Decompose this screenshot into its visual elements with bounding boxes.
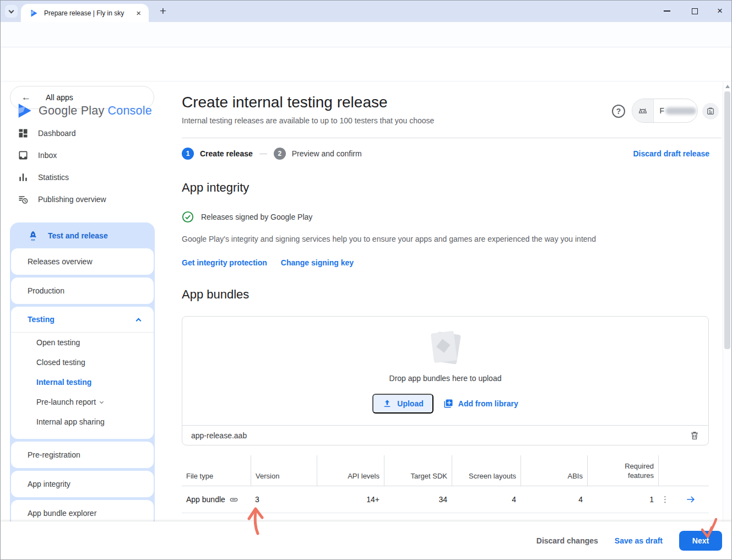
footer-action-bar: Discard changes Save as draft Next [0, 521, 732, 560]
app-selector[interactable]: F [632, 99, 698, 123]
sidebar-item-label: Pre-registration [11, 442, 154, 468]
chevron-down-icon [100, 399, 104, 403]
window-close-button[interactable]: × [712, 0, 728, 22]
delete-icon[interactable] [690, 431, 700, 441]
integrity-links: Get integrity protection Change signing … [182, 258, 723, 267]
app-bundle-upload-box: Drop app bundles here to upload Upload A… [182, 316, 709, 445]
sidebar-item-statistics[interactable]: Statistics [0, 166, 165, 188]
sidebar-item-label: Pre-launch report [36, 398, 96, 406]
app-integrity-heading: App integrity [182, 181, 723, 195]
main-content: Create internal testing release Internal… [165, 81, 723, 521]
chevron-up-icon [136, 318, 142, 323]
tab-title: Prepare release | Fly in sky [44, 9, 134, 17]
col-header-screen-layouts: Screen layouts [452, 455, 520, 486]
add-from-library-button[interactable]: Add from library [443, 399, 518, 409]
app-name-redacted-blur [665, 107, 696, 115]
bar-chart-icon [18, 172, 29, 183]
bundle-drop-zone[interactable]: Drop app bundles here to upload Upload A… [182, 317, 708, 425]
signing-status-row: Releases signed by Google Play [182, 211, 723, 223]
cell-file-type: App bundle [182, 495, 251, 504]
col-header-file-type: File type [182, 455, 251, 486]
app-bundles-heading: App bundles [182, 287, 723, 302]
sidebar: ← All apps Dashboard Inbox Statistics [0, 81, 165, 521]
add-from-library-label: Add from library [458, 399, 518, 408]
window-minimize-button[interactable] [659, 0, 675, 22]
col-header-required-features: Required features [587, 455, 658, 486]
get-integrity-protection-link[interactable]: Get integrity protection [182, 258, 267, 267]
drop-zone-text: Drop app bundles here to upload [389, 374, 502, 383]
upload-icon [382, 399, 392, 409]
play-console-favicon [30, 9, 39, 18]
next-button[interactable]: Next [679, 531, 722, 551]
save-as-draft-button[interactable]: Save as draft [615, 536, 663, 545]
sidebar-item-open-testing[interactable]: Open testing [11, 333, 154, 352]
sidebar-item-label: Statistics [38, 173, 69, 182]
google-play-console-logo[interactable]: Google Play Console [17, 102, 152, 119]
step-1-circle: 1 [182, 148, 194, 160]
app-name-initial: F [659, 106, 664, 115]
scrollbar-up-arrow[interactable] [725, 85, 730, 88]
console-header: Google Play Console ? F [0, 47, 732, 81]
sidebar-item-label: Internal app sharing [36, 417, 105, 426]
col-header-api-levels: API levels [317, 455, 384, 486]
account-badge-button[interactable] [702, 103, 719, 119]
dashboard-icon [18, 128, 29, 139]
upload-button[interactable]: Upload [372, 394, 433, 414]
step-1-label: Create release [200, 149, 253, 158]
minimize-icon [664, 10, 670, 12]
sidebar-item-internal-app-sharing[interactable]: Internal app sharing [11, 412, 154, 432]
sidebar-item-inbox[interactable]: Inbox [0, 144, 165, 166]
col-header-target-sdk: Target SDK [384, 455, 452, 486]
uploaded-file-name: app-release.aab [191, 431, 690, 440]
table-header-row: File type Version API levels Target SDK … [182, 455, 709, 486]
test-and-release-group: Test and release Releases overview Produ… [10, 222, 155, 560]
id-badge-icon [706, 107, 715, 116]
page-scrollbar[interactable] [723, 81, 731, 521]
browser-tab-strip: Prepare release | Fly in sky × + × [0, 0, 732, 22]
new-tab-button[interactable]: + [155, 3, 171, 19]
rocket-icon [28, 230, 39, 241]
sidebar-item-internal-testing[interactable]: Internal testing [11, 372, 154, 392]
all-apps-label: All apps [46, 93, 73, 102]
console-wordmark: Google Play Console [39, 104, 152, 118]
chevron-down-icon [9, 8, 14, 13]
row-detail-button[interactable] [673, 494, 709, 505]
col-header-abis: ABIs [520, 455, 587, 486]
tab-search-button[interactable] [5, 5, 18, 18]
col-header-version: Version [251, 455, 317, 486]
col-header-detail [673, 455, 709, 486]
file-type-value: App bundle [186, 495, 225, 504]
sidebar-item-testing[interactable]: Testing [11, 307, 154, 332]
sidebar-item-pre-launch-report[interactable]: Pre-launch report [11, 392, 154, 412]
discard-changes-button[interactable]: Discard changes [536, 536, 598, 545]
tab-close-icon[interactable]: × [134, 8, 143, 18]
inbox-icon [18, 150, 29, 161]
sidebar-card-pre-registration[interactable]: Pre-registration [11, 442, 154, 468]
change-signing-key-link[interactable]: Change signing key [281, 258, 354, 267]
library-add-icon [443, 399, 453, 409]
sidebar-item-publishing-overview[interactable]: Publishing overview [0, 188, 165, 210]
window-maximize-button[interactable] [686, 0, 703, 22]
sidebar-item-label: Test and release [48, 231, 108, 240]
sidebar-card-releases-overview[interactable]: Releases overview [11, 248, 154, 275]
sidebar-item-label: Testing [28, 315, 137, 324]
sidebar-item-dashboard[interactable]: Dashboard [0, 122, 165, 144]
sidebar-card-production[interactable]: Production [11, 278, 154, 304]
sidebar-item-closed-testing[interactable]: Closed testing [11, 352, 154, 372]
discard-draft-release-link[interactable]: Discard draft release [633, 149, 709, 158]
scrollbar-thumb[interactable] [724, 91, 730, 349]
sidebar-card-testing: Testing Open testing Closed testing Inte… [11, 307, 154, 439]
link-icon [230, 496, 238, 504]
sidebar-nav: Dashboard Inbox Statistics Publishing ov… [0, 122, 165, 210]
row-overflow-menu[interactable]: ⋮ [658, 494, 673, 504]
browser-tab[interactable]: Prepare release | Fly in sky × [21, 4, 149, 22]
publishing-overview-icon [18, 194, 29, 205]
sidebar-card-app-integrity[interactable]: App integrity [11, 471, 154, 497]
cell-required-features: 1 [587, 495, 658, 504]
maximize-icon [692, 8, 698, 14]
play-logo-icon [17, 102, 33, 119]
wordmark-google-play: Google Play [39, 104, 104, 117]
sidebar-item-test-and-release[interactable]: Test and release [11, 222, 154, 248]
sidebar-item-label: Production [11, 278, 154, 304]
help-button[interactable]: ? [612, 105, 625, 118]
